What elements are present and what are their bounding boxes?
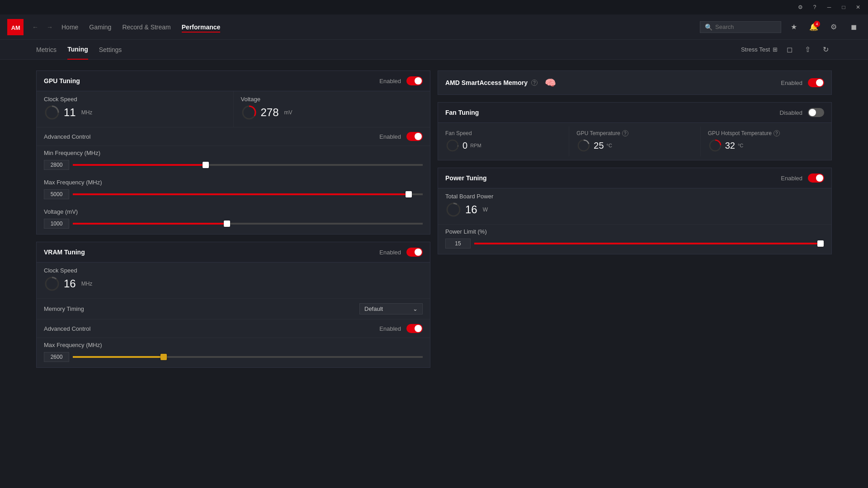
svg-text:AMD: AMD: [11, 24, 20, 31]
voltage-mv-track[interactable]: [73, 223, 423, 225]
vram-max-freq-track[interactable]: [73, 356, 423, 358]
gpu-temp-info-icon[interactable]: ?: [622, 130, 628, 136]
vram-clock-gauge-svg: [44, 276, 60, 292]
settings-titlebar-icon[interactable]: ⚙: [794, 1, 807, 14]
close-button[interactable]: ✕: [852, 1, 864, 14]
help-titlebar-icon[interactable]: ?: [808, 1, 821, 14]
power-tuning-card: Power Tuning Enabled Total Board Power 1…: [438, 168, 832, 254]
power-limit-slider-row: Power Limit (%) 15: [438, 225, 831, 254]
share-icon[interactable]: ⇧: [801, 43, 814, 56]
favorites-icon[interactable]: ★: [787, 20, 801, 34]
export-icon[interactable]: ◻: [783, 43, 796, 56]
min-freq-thumb[interactable]: [203, 162, 209, 168]
stress-test-icon: ⊞: [773, 46, 778, 53]
svg-point-7: [447, 140, 458, 151]
voltage-mv-fill: [73, 223, 227, 225]
smart-access-right: Enabled: [781, 78, 824, 87]
advanced-control-label: Advanced Control: [44, 133, 90, 140]
advanced-enabled-label: Enabled: [379, 133, 401, 140]
nav-arrows: ← →: [29, 21, 56, 33]
power-tuning-title: Power Tuning: [445, 174, 487, 182]
maximize-button[interactable]: □: [837, 1, 850, 14]
display-icon[interactable]: ◼: [846, 20, 861, 34]
vram-max-freq-input[interactable]: 2600: [44, 352, 69, 362]
max-freq-label: Max Frequency (MHz): [44, 179, 423, 186]
clock-speed-unit: MHz: [81, 109, 93, 116]
tab-tuning[interactable]: Tuning: [67, 40, 88, 60]
max-freq-fill: [73, 193, 409, 195]
minimize-button[interactable]: ─: [823, 1, 835, 14]
notification-badge: 4: [814, 21, 820, 27]
gpu-tuning-toggle[interactable]: [406, 76, 423, 85]
voltage-mv-slider-row: Voltage (mV) 1000: [37, 205, 430, 234]
total-board-power-gauge-row: 16 W: [445, 200, 824, 220]
power-limit-track-row: 15: [445, 239, 824, 249]
nav-performance[interactable]: Performance: [182, 22, 221, 33]
advanced-control-toggle[interactable]: [406, 132, 423, 141]
gpu-hotspot-cell: GPU Hotspot Temperature ? 32 °C: [701, 127, 831, 156]
svg-point-5: [46, 277, 58, 290]
max-freq-thumb[interactable]: [406, 191, 412, 197]
gpu-temp-name: GPU Temperature ?: [576, 130, 693, 136]
gpu-temp-value: 25: [594, 141, 604, 151]
power-limit-thumb[interactable]: [817, 240, 824, 247]
nav-gaming[interactable]: Gaming: [89, 22, 111, 33]
memory-timing-select[interactable]: Default ⌄: [359, 303, 423, 314]
min-freq-track[interactable]: [73, 164, 423, 166]
nav-record-stream[interactable]: Record & Stream: [122, 22, 170, 33]
power-gauge-svg: [445, 202, 462, 218]
search-input[interactable]: [715, 23, 776, 30]
power-limit-input[interactable]: 15: [445, 239, 471, 249]
subnav: Metrics Tuning Settings Stress Test ⊞ ◻ …: [0, 40, 868, 60]
power-tuning-header-right: Enabled: [781, 174, 824, 183]
clock-speed-value: 11: [64, 106, 76, 119]
max-freq-input[interactable]: 5000: [44, 189, 69, 199]
forward-button[interactable]: →: [43, 21, 56, 33]
vram-advanced-toggle[interactable]: [406, 324, 423, 333]
amd-logo-svg: AMD: [10, 22, 20, 32]
nav-home[interactable]: Home: [61, 22, 78, 33]
refresh-icon[interactable]: ↻: [819, 43, 832, 56]
stress-test-button[interactable]: Stress Test ⊞: [741, 46, 778, 53]
vram-tuning-toggle[interactable]: [406, 248, 423, 257]
gpu-tuning-card: GPU Tuning Enabled Clock Speed 11: [36, 70, 430, 235]
voltage-mv-input[interactable]: 1000: [44, 219, 69, 229]
gpu-hotspot-info-icon[interactable]: ?: [774, 130, 780, 136]
smart-access-toggle[interactable]: [808, 78, 824, 87]
fan-tuning-header: Fan Tuning Disabled: [438, 103, 831, 123]
total-board-power-unit: W: [483, 206, 488, 213]
vram-clock-unit: MHz: [81, 281, 93, 287]
gpu-hotspot-gauge: [708, 138, 722, 153]
voltage-gauge-row: 278 mV: [241, 103, 423, 122]
notifications-icon[interactable]: 🔔 4: [807, 20, 821, 34]
vram-max-freq-slider-row: Max Frequency (MHz) 2600: [37, 338, 430, 367]
voltage-value: 278: [261, 106, 279, 119]
smart-access-title: AMD SmartAccess Memory: [445, 79, 528, 86]
search-box[interactable]: 🔍: [700, 21, 781, 33]
vram-advanced-label: Advanced Control: [44, 325, 90, 332]
power-tuning-toggle[interactable]: [808, 174, 824, 183]
chevron-down-icon: ⌄: [413, 305, 418, 312]
tab-metrics[interactable]: Metrics: [36, 40, 57, 60]
power-enabled-label: Enabled: [781, 175, 802, 182]
power-limit-track[interactable]: [474, 243, 824, 244]
gpu-temp-cell: GPU Temperature ? 25 °C: [569, 127, 700, 156]
voltage-mv-thumb[interactable]: [224, 221, 230, 227]
vram-max-freq-fill: [73, 356, 164, 358]
vram-tuning-header: VRAM Tuning Enabled: [37, 242, 430, 263]
subnav-right: Stress Test ⊞ ◻ ⇧ ↻: [741, 43, 832, 56]
power-tuning-header: Power Tuning Enabled: [438, 168, 831, 188]
min-freq-input[interactable]: 2800: [44, 160, 69, 170]
settings-icon[interactable]: ⚙: [826, 20, 841, 34]
voltage-gauge-svg: [241, 104, 257, 121]
fan-tuning-toggle[interactable]: [808, 108, 824, 117]
voltage-mv-label: Voltage (mV): [44, 208, 423, 215]
tab-settings[interactable]: Settings: [99, 40, 122, 60]
smart-access-header: AMD SmartAccess Memory ? 🧠 Enabled: [438, 71, 831, 94]
back-button[interactable]: ←: [29, 21, 42, 33]
smart-access-info-icon[interactable]: ?: [531, 80, 538, 86]
gpu-temp-unit: °C: [607, 143, 612, 148]
max-freq-track[interactable]: [73, 193, 423, 195]
memory-timing-value: Default: [364, 305, 383, 312]
vram-max-freq-thumb[interactable]: [160, 354, 167, 360]
